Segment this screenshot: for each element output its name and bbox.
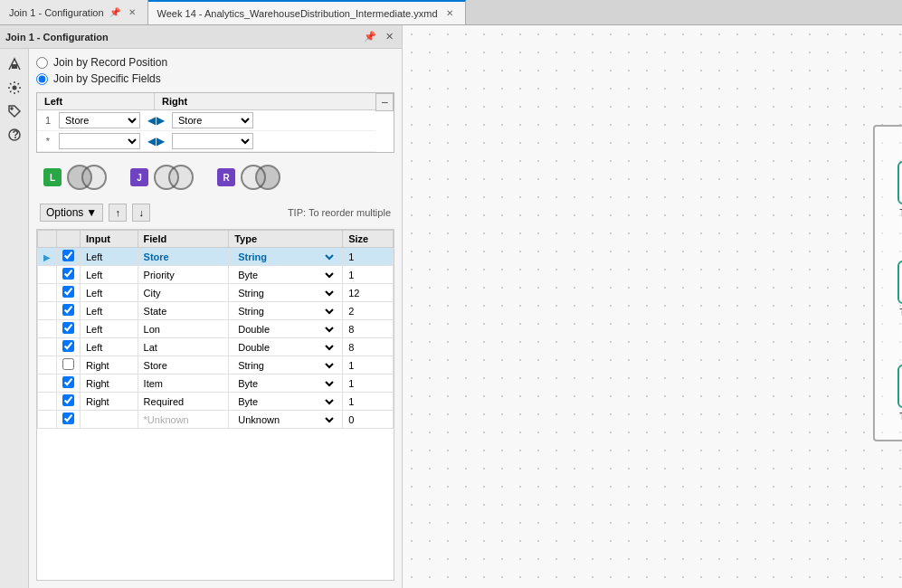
row-checkbox[interactable] bbox=[62, 304, 74, 316]
row-type[interactable]: Byte bbox=[229, 393, 343, 411]
badge-l: L bbox=[43, 168, 62, 186]
join-type-right[interactable]: R bbox=[217, 164, 293, 191]
sidebar-tag-icon[interactable] bbox=[5, 101, 24, 121]
remove-join-field-btn[interactable]: − bbox=[375, 93, 394, 111]
sidebar-help-icon[interactable]: ? bbox=[5, 125, 24, 145]
row-input: Left bbox=[81, 248, 138, 266]
text-input-1-icon[interactable] bbox=[897, 161, 902, 204]
canvas-area[interactable]: Input Text Input 1 bbox=[403, 25, 902, 588]
table-row: RightStoreString1 bbox=[38, 356, 394, 375]
left-field-select-2[interactable] bbox=[59, 133, 140, 149]
table-row: ▶LeftStoreString1 bbox=[38, 248, 394, 266]
text-input-3-node[interactable]: Text Input 3 bbox=[897, 365, 902, 432]
svg-point-2 bbox=[11, 108, 13, 109]
left-field-select-1[interactable]: Store bbox=[59, 112, 140, 128]
pin-icon[interactable]: 📌 bbox=[109, 7, 120, 17]
join-arrows-2: ◀▶ bbox=[147, 135, 165, 147]
table-row: LeftCityString12 bbox=[38, 284, 394, 302]
right-field-select-2[interactable] bbox=[172, 133, 253, 149]
row-size: 2 bbox=[343, 302, 394, 320]
badge-r: R bbox=[217, 168, 235, 186]
row-type[interactable]: Unknown bbox=[229, 411, 343, 429]
row-checkbox[interactable] bbox=[62, 286, 74, 298]
row-type[interactable]: String bbox=[229, 284, 343, 302]
tab-analytics[interactable]: Week 14 - Analytics_WarehouseDistributio… bbox=[148, 0, 466, 24]
type-select[interactable]: String bbox=[234, 251, 337, 263]
table-row: RightItemByte1 bbox=[38, 375, 394, 393]
type-select[interactable]: Unknown bbox=[234, 413, 337, 426]
tab-join1-close[interactable]: ✕ bbox=[126, 6, 138, 18]
row-type[interactable]: String bbox=[229, 356, 343, 375]
text-input-3-label: Text Input 3 bbox=[897, 412, 902, 432]
row-type[interactable]: String bbox=[229, 302, 343, 320]
radio-by-position-label: Join by Record Position bbox=[53, 56, 167, 69]
row-input: Left bbox=[81, 284, 138, 302]
row-checkbox[interactable] bbox=[62, 376, 74, 388]
text-input-2-icon[interactable] bbox=[897, 261, 902, 304]
options-dropdown-btn[interactable]: Options ▼ bbox=[40, 204, 103, 222]
row-size: 8 bbox=[343, 320, 394, 338]
row-checkbox[interactable] bbox=[62, 394, 74, 406]
row-type[interactable]: String bbox=[229, 248, 343, 266]
svg-rect-0 bbox=[12, 64, 17, 69]
sidebar-arrow-icon[interactable] bbox=[5, 54, 24, 74]
type-select[interactable]: String bbox=[234, 287, 337, 299]
radio-by-position[interactable]: Join by Record Position bbox=[36, 56, 394, 69]
row-checkbox[interactable] bbox=[62, 322, 74, 334]
row-checkbox[interactable] bbox=[62, 358, 74, 370]
col-header-arrow bbox=[38, 231, 57, 248]
row-input: Left bbox=[81, 320, 138, 338]
left-header: Left bbox=[37, 93, 155, 109]
join-type-left[interactable]: L bbox=[43, 164, 119, 191]
tab-analytics-close[interactable]: ✕ bbox=[443, 7, 456, 19]
type-select[interactable]: Byte bbox=[234, 377, 337, 390]
close-panel-icon[interactable]: ✕ bbox=[383, 30, 396, 43]
panel-content: ? Join by Record Position Join by Specif… bbox=[0, 49, 402, 588]
join-type-join[interactable]: J bbox=[130, 164, 206, 191]
text-input-1-node[interactable]: Text Input 1 bbox=[897, 161, 902, 228]
type-select[interactable]: Byte bbox=[234, 395, 337, 408]
row-checkbox[interactable] bbox=[62, 413, 74, 424]
type-select[interactable]: String bbox=[234, 359, 337, 372]
row-type[interactable]: Byte bbox=[229, 375, 343, 393]
row-size: 1 bbox=[343, 266, 394, 284]
svg-text:?: ? bbox=[12, 128, 18, 141]
col-header-size: Size bbox=[343, 231, 394, 248]
fields-table: Input Field Type Size ▶LeftStoreString1L… bbox=[36, 229, 394, 581]
row-type[interactable]: Double bbox=[229, 320, 343, 338]
type-select[interactable]: Byte bbox=[234, 269, 337, 281]
row-field: Lat bbox=[138, 338, 229, 356]
row-arrow-icon: ▶ bbox=[43, 252, 51, 262]
right-header: Right bbox=[155, 93, 195, 109]
tab-bar: Join 1 - Configuration 📌 ✕ Week 14 - Ana… bbox=[0, 0, 902, 25]
type-select[interactable]: Double bbox=[234, 323, 337, 336]
right-field-select-1[interactable]: Store bbox=[172, 112, 253, 128]
col-header-type: Type bbox=[229, 231, 343, 248]
row-type[interactable]: Double bbox=[229, 338, 343, 356]
type-select[interactable]: String bbox=[234, 305, 337, 318]
tab-join1-label: Join 1 - Configuration bbox=[9, 7, 104, 18]
row-type[interactable]: Byte bbox=[229, 266, 343, 284]
sort-down-btn[interactable]: ↓ bbox=[132, 204, 150, 222]
row-field: Item bbox=[138, 375, 229, 393]
row-checkbox[interactable] bbox=[62, 268, 74, 280]
panel-title-icons: 📌 ✕ bbox=[361, 30, 396, 43]
table-row: LeftLonDouble8 bbox=[38, 320, 394, 338]
row-field: Store bbox=[138, 248, 229, 266]
panel-title: Join 1 - Configuration bbox=[5, 32, 357, 43]
table-header-row: Input Field Type Size bbox=[38, 231, 394, 248]
text-input-2-node[interactable]: Text Input 2 bbox=[897, 261, 902, 327]
type-select[interactable]: Double bbox=[234, 341, 337, 354]
tab-join1[interactable]: Join 1 - Configuration 📌 ✕ bbox=[0, 0, 148, 24]
sidebar-gear-icon[interactable] bbox=[5, 78, 24, 98]
pin-panel-icon[interactable]: 📌 bbox=[361, 30, 379, 43]
main-layout: Join 1 - Configuration 📌 ✕ bbox=[0, 25, 902, 588]
svg-point-1 bbox=[12, 86, 16, 90]
row-input bbox=[81, 411, 138, 429]
row-checkbox[interactable] bbox=[62, 250, 74, 261]
sort-up-btn[interactable]: ↑ bbox=[109, 204, 127, 222]
text-input-3-icon[interactable] bbox=[897, 365, 902, 408]
radio-by-fields[interactable]: Join by Specific Fields bbox=[36, 72, 394, 85]
table-row: LeftPriorityByte1 bbox=[38, 266, 394, 284]
row-checkbox[interactable] bbox=[62, 340, 74, 352]
